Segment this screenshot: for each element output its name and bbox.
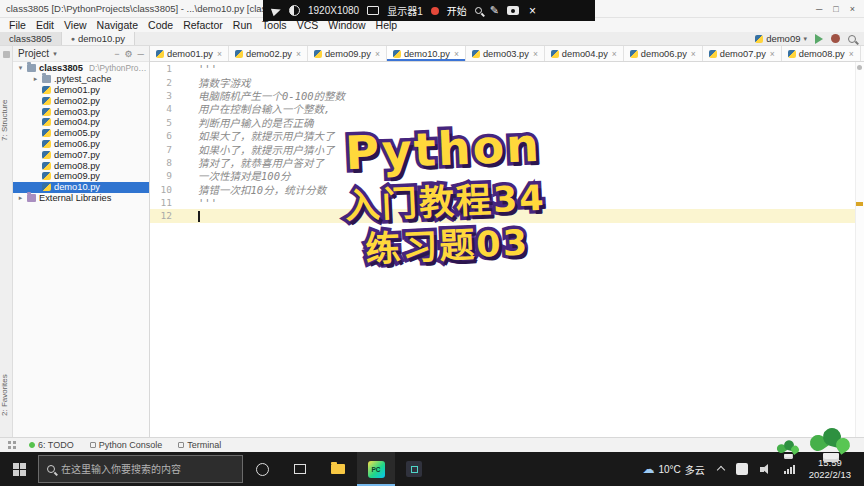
status-bar-item[interactable]: Python Console <box>82 440 171 450</box>
editor-tab[interactable]: demo01.py × <box>150 46 229 61</box>
tray-expand-button[interactable] <box>712 465 730 473</box>
menu-item[interactable]: Code <box>143 19 178 31</box>
run-button[interactable] <box>815 34 823 44</box>
camera-icon[interactable] <box>507 6 519 15</box>
hide-panel-icon[interactable]: ─ <box>138 49 144 59</box>
tree-item[interactable]: ▾ class3805 D:\PythonProjects\class3... <box>13 63 149 74</box>
structure-toolwindow-button[interactable]: 7: Structure <box>0 84 13 156</box>
ime-indicator[interactable] <box>730 463 754 475</box>
toolwindow-grid-icon[interactable] <box>8 441 16 449</box>
tab-close-icon[interactable]: × <box>849 49 854 59</box>
tree-item[interactable]: ▸ .pytest_cache <box>13 74 149 85</box>
record-start-label[interactable]: 开始 <box>447 3 467 18</box>
search-input[interactable] <box>61 464 234 475</box>
tree-item[interactable]: demo10.py <box>13 182 149 193</box>
project-toolwindow-icon[interactable] <box>3 51 10 58</box>
window-tab-project[interactable]: class3805 <box>0 32 62 45</box>
plant-widget-small[interactable] <box>776 440 800 459</box>
collapse-all-icon[interactable]: − <box>114 49 119 59</box>
tree-item[interactable]: ▸ External Libraries <box>13 193 149 204</box>
tree-item[interactable]: demo02.py <box>13 95 149 106</box>
editor-tab[interactable]: demo06.py × <box>624 46 703 61</box>
debug-button[interactable] <box>831 34 840 43</box>
tree-item[interactable]: demo01.py <box>13 85 149 96</box>
file-explorer-button[interactable] <box>319 452 357 486</box>
run-configuration-select[interactable]: demo09 ▾ <box>755 33 807 44</box>
taskbar-search[interactable] <box>38 455 243 483</box>
tree-item[interactable]: demo03.py <box>13 106 149 117</box>
tree-item[interactable]: demo07.py <box>13 149 149 160</box>
search-everywhere-icon[interactable] <box>848 35 856 43</box>
tree-item[interactable]: demo06.py <box>13 139 149 150</box>
status-bar-item[interactable]: 6: TODO <box>21 440 82 450</box>
tree-item[interactable]: demo08.py <box>13 160 149 171</box>
network-button[interactable] <box>778 465 801 474</box>
record-dot-icon[interactable] <box>431 7 439 15</box>
code-editor[interactable]: 1 ''' 2 猜数字游戏 3 电脑随机产生一个0-100的整数 4 用户在控制… <box>150 62 864 437</box>
tree-item[interactable]: demo04.py <box>13 117 149 128</box>
window-tab-file[interactable]: ● demo10.py <box>62 32 135 45</box>
editor-tab[interactable]: demo02.py × <box>229 46 308 61</box>
editor-tab[interactable]: demo03.py × <box>466 46 545 61</box>
menu-item[interactable]: Refactor <box>178 19 228 31</box>
contrast-icon[interactable] <box>289 5 300 16</box>
tree-expand-icon[interactable]: ▸ <box>32 75 39 83</box>
tab-close-icon[interactable]: × <box>454 49 459 59</box>
code-line[interactable]: 5 判断用户输入的是否正确 <box>150 116 864 129</box>
editor-tab[interactable]: demo10.py × <box>387 46 466 61</box>
tab-close-icon[interactable]: × <box>375 49 380 59</box>
weather-widget[interactable]: ☁ 10°C 多云 <box>635 462 711 477</box>
pycharm-taskbar-button[interactable]: PC <box>357 452 395 486</box>
code-line[interactable]: 1 ''' <box>150 62 864 75</box>
share-icon[interactable] <box>271 5 282 16</box>
code-line[interactable]: 7 如果小了，就提示用户猜小了 <box>150 142 864 155</box>
editor-tab[interactable]: demo09.py × <box>308 46 387 61</box>
task-view-button[interactable] <box>281 452 319 486</box>
minimize-icon[interactable]: ─ <box>816 4 822 14</box>
editor-tab[interactable]: demo04.py × <box>545 46 624 61</box>
code-line[interactable]: 8 猜对了，就恭喜用户答对了 <box>150 156 864 169</box>
pencil-icon[interactable]: ✎ <box>490 4 499 17</box>
recorder-search-icon[interactable] <box>475 7 482 14</box>
recorder-display-label[interactable]: 显示器1 <box>387 3 423 18</box>
code-line[interactable]: 12 <box>150 209 864 222</box>
tree-item[interactable]: demo09.py <box>13 171 149 182</box>
status-bar-item[interactable]: Terminal <box>170 440 229 450</box>
inspection-indicator-icon[interactable] <box>857 65 862 70</box>
code-line[interactable]: 4 用户在控制台输入一个整数, <box>150 102 864 115</box>
settings-gear-icon[interactable]: ⚙ <box>125 49 133 59</box>
tab-close-icon[interactable]: × <box>770 49 775 59</box>
menu-item[interactable]: View <box>59 19 92 31</box>
menu-item[interactable]: Edit <box>31 19 59 31</box>
code-line[interactable]: 10 猜错一次扣10分，统计分数 <box>150 183 864 196</box>
code-line[interactable]: 11 ''' <box>150 196 864 209</box>
volume-button[interactable] <box>754 464 778 474</box>
tree-expand-icon[interactable]: ▾ <box>17 64 24 72</box>
editor-tab[interactable]: demo07.py × <box>703 46 782 61</box>
close-icon[interactable]: × <box>850 4 855 14</box>
plant-widget[interactable] <box>808 428 852 462</box>
maximize-icon[interactable]: □ <box>833 4 838 14</box>
tab-close-icon[interactable]: × <box>533 49 538 59</box>
menu-item[interactable]: Run <box>228 19 257 31</box>
code-line[interactable]: 9 一次性猜对是100分 <box>150 169 864 182</box>
code-line[interactable]: 3 电脑随机产生一个0-100的整数 <box>150 89 864 102</box>
cortana-button[interactable] <box>243 452 281 486</box>
project-panel-title[interactable]: Project <box>18 48 49 59</box>
chevron-down-icon[interactable]: ▾ <box>53 50 57 58</box>
favorites-toolwindow-button[interactable]: 2: Favorites <box>0 359 13 431</box>
menu-item[interactable]: Navigate <box>92 19 143 31</box>
start-button[interactable] <box>0 452 38 486</box>
tab-close-icon[interactable]: × <box>296 49 301 59</box>
editor-scrollbar[interactable] <box>855 62 864 437</box>
editor-tab[interactable]: demo08.py × <box>782 46 861 61</box>
tree-expand-icon[interactable]: ▸ <box>17 194 24 202</box>
code-line[interactable]: 2 猜数字游戏 <box>150 75 864 88</box>
recorder-close-icon[interactable]: × <box>529 4 536 18</box>
tab-close-icon[interactable]: × <box>612 49 617 59</box>
recorder-app-button[interactable] <box>395 452 433 486</box>
tab-close-icon[interactable]: × <box>691 49 696 59</box>
menu-item[interactable]: File <box>4 19 31 31</box>
tree-item[interactable]: demo05.py <box>13 128 149 139</box>
code-line[interactable]: 6 如果大了，就提示用户猜大了 <box>150 129 864 142</box>
